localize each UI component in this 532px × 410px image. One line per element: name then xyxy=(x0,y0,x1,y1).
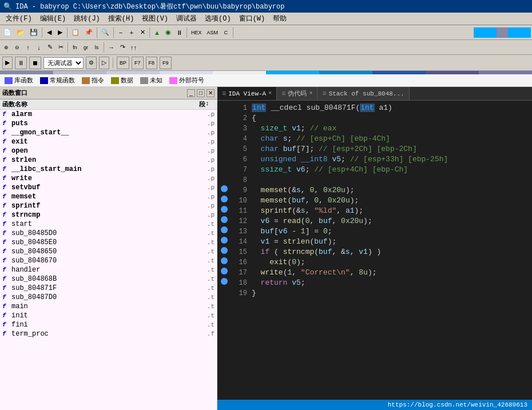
tb-run2[interactable]: ◉ xyxy=(163,27,173,38)
func-row[interactable]: ffini.t xyxy=(0,320,217,329)
debug-pause[interactable]: ⏸ xyxy=(15,57,27,69)
menu-item-f[interactable]: 文件(F) xyxy=(2,13,35,24)
tb-run[interactable]: ▲ xyxy=(152,27,162,38)
menu-item-j[interactable]: 跳转(J) xyxy=(70,13,104,24)
func-list[interactable]: falarm.pfputs.pf__gmon_start__.pfexit.pf… xyxy=(0,110,217,410)
func-row[interactable]: fmain.t xyxy=(0,302,217,311)
breakpoint-dot[interactable] xyxy=(221,196,228,202)
menu-item-v[interactable]: 视图(V) xyxy=(138,13,172,24)
tb-plus[interactable]: + xyxy=(126,27,137,38)
menu-item-w[interactable]: 窗口(W) xyxy=(236,13,269,24)
tb-asm[interactable]: ASM xyxy=(204,27,220,38)
tb2-list[interactable]: ls xyxy=(92,42,102,53)
func-row[interactable]: fmemset.p xyxy=(0,192,217,201)
debug-step2[interactable]: F8 xyxy=(146,57,158,69)
tb-new[interactable]: 📄 xyxy=(1,27,14,38)
menu-item-o[interactable]: 选项(O) xyxy=(201,13,235,24)
tb2-1[interactable]: ⊕ xyxy=(1,42,11,53)
menu-item-[interactable]: 帮助 xyxy=(269,13,290,24)
tb2-over[interactable]: ↷ xyxy=(117,42,128,53)
func-row[interactable]: fputs.p xyxy=(0,119,217,128)
tb-x[interactable]: ✕ xyxy=(137,27,148,38)
line-number: 3 xyxy=(231,124,247,134)
tb2-2[interactable]: ⊖ xyxy=(12,42,22,53)
func-row[interactable]: fsub_80485E0.t xyxy=(0,238,217,247)
func-row[interactable]: fexit.p xyxy=(0,137,217,146)
func-row[interactable]: fterm_proc.f xyxy=(0,329,217,339)
func-row[interactable]: fsub_80487D0.t xyxy=(0,293,217,302)
func-panel-close[interactable]: ✕ xyxy=(207,89,215,97)
breakpoint-dot[interactable] xyxy=(221,268,228,274)
tb2-3[interactable]: ↑ xyxy=(23,42,33,53)
tb2-graph[interactable]: gr xyxy=(81,42,91,53)
tb-minus[interactable]: − xyxy=(116,27,126,38)
func-row[interactable]: fhandler.t xyxy=(0,265,217,274)
func-row[interactable]: fstrlen.p xyxy=(0,156,217,165)
tb2-4[interactable]: ↓ xyxy=(34,42,44,53)
tb-c[interactable]: C xyxy=(221,27,231,38)
func-row[interactable]: fsetvbuf.p xyxy=(0,183,217,192)
func-row[interactable]: fsprintf.p xyxy=(0,201,217,210)
tab-stack[interactable]: ≡Stack of sub_8048... xyxy=(317,87,409,100)
func-icon: f xyxy=(2,276,10,282)
debug-play[interactable]: ▶ xyxy=(2,57,13,69)
debug-run[interactable]: ▷ xyxy=(99,57,109,69)
code-area[interactable]: 1int __cdecl sub_804871F(int a1)2{3 size… xyxy=(217,101,532,400)
func-row[interactable]: fsub_804871F.t xyxy=(0,284,217,293)
tb-find[interactable]: 🔍 xyxy=(99,27,112,38)
tb-open[interactable]: 📂 xyxy=(14,27,27,38)
func-row[interactable]: finit.t xyxy=(0,311,217,320)
func-row[interactable]: fstrncmp.p xyxy=(0,210,217,220)
tab-pseudocode[interactable]: ≡伪代码× xyxy=(277,87,317,100)
debug-bp[interactable]: BP xyxy=(117,57,129,69)
menu-item-e[interactable]: 编辑(E) xyxy=(37,13,70,24)
func-panel-maximize[interactable]: □ xyxy=(197,89,205,97)
breakpoint-dot[interactable] xyxy=(221,257,228,264)
func-panel-minimize[interactable]: _ xyxy=(187,89,195,97)
breakpoint-dot[interactable] xyxy=(221,278,228,285)
debug-stop[interactable]: ⏹ xyxy=(29,57,41,69)
breakpoint-dot[interactable] xyxy=(221,247,228,254)
tb2-5[interactable]: ✎ xyxy=(45,42,55,53)
menu-item-h[interactable]: 搜索(H) xyxy=(105,13,138,24)
func-row[interactable]: fwrite.p xyxy=(0,174,217,183)
breakpoint-dot[interactable] xyxy=(221,185,228,192)
debug-ret[interactable]: F9 xyxy=(160,57,172,69)
func-row[interactable]: f__gmon_start__.p xyxy=(0,128,217,137)
func-seg: .p xyxy=(192,212,215,218)
func-row[interactable]: fopen.p xyxy=(0,146,217,156)
func-row[interactable]: fsub_80485D0.t xyxy=(0,229,217,238)
tb2-out[interactable]: ↑↑ xyxy=(128,42,139,53)
func-row[interactable]: fstart.t xyxy=(0,220,217,229)
breakpoint-dot[interactable] xyxy=(221,216,228,223)
func-row[interactable]: fsub_804868B.t xyxy=(0,274,217,284)
debug-settings[interactable]: ⚙ xyxy=(86,57,97,69)
tb-save[interactable]: 💾 xyxy=(27,27,40,38)
tab-close-ida-view[interactable]: × xyxy=(268,90,272,97)
tb-hex[interactable]: HEX xyxy=(189,27,204,38)
tab-close-pseudocode[interactable]: × xyxy=(309,90,312,97)
func-row[interactable]: falarm.p xyxy=(0,110,217,119)
func-row[interactable]: fsub_8048650.t xyxy=(0,247,217,256)
breakpoint-dot[interactable] xyxy=(221,237,228,244)
tb-copy[interactable]: 📋 xyxy=(69,27,82,38)
line-number: 1 xyxy=(231,103,247,113)
func-seg: .t xyxy=(192,266,215,273)
menu-item-[interactable]: 调试器 xyxy=(173,13,200,24)
code-line: 12 v6 = read(0, buf, 0x20u); xyxy=(217,216,532,226)
tb-back[interactable]: ◀ xyxy=(44,27,54,38)
tb2-step[interactable]: → xyxy=(106,42,117,53)
tab-icon-pseudocode: ≡ xyxy=(281,90,285,98)
debugger-select[interactable]: 无调试器 xyxy=(43,57,84,69)
func-row[interactable]: f__libc_start_main.p xyxy=(0,165,217,174)
tb-pause[interactable]: ⏸ xyxy=(174,27,185,38)
tb-paste[interactable]: 📌 xyxy=(82,27,95,38)
breakpoint-dot[interactable] xyxy=(221,226,228,233)
tb2-6[interactable]: ✂ xyxy=(55,42,66,53)
tab-ida-view[interactable]: ≡IDA View-A× xyxy=(217,87,277,100)
breakpoint-dot[interactable] xyxy=(221,206,228,213)
tb-fwd[interactable]: ▶ xyxy=(55,27,65,38)
debug-step1[interactable]: F7 xyxy=(132,57,144,69)
func-row[interactable]: fsub_8048670.t xyxy=(0,256,217,265)
tb2-func[interactable]: fn xyxy=(70,42,80,53)
